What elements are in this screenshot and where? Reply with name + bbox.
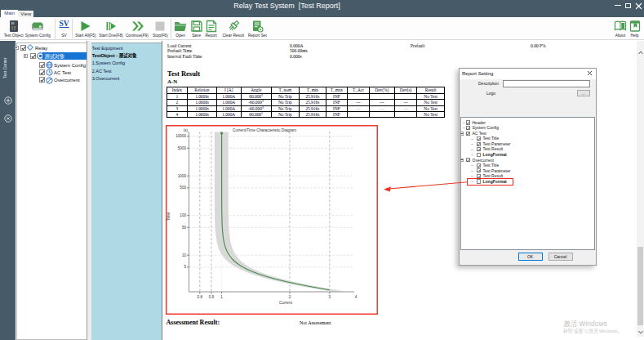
svg-text:5000: 5000 <box>178 146 187 150</box>
svg-text:10000: 10000 <box>175 134 186 138</box>
svg-text:2: 2 <box>289 295 291 299</box>
svg-text:0.9: 0.9 <box>209 295 215 299</box>
svg-text:Time: Time <box>167 212 171 221</box>
svg-text:(s): (s) <box>184 128 189 132</box>
svg-text:100: 100 <box>180 213 186 217</box>
svg-text:0.8: 0.8 <box>198 295 203 299</box>
svg-text:1: 1 <box>220 295 223 299</box>
svg-text:1000: 1000 <box>178 174 187 178</box>
svg-text:4: 4 <box>355 295 358 299</box>
svg-text:50: 50 <box>182 226 187 230</box>
svg-text:500: 500 <box>180 186 186 190</box>
svg-text:Current/Time Characteristic Di: Current/Time Characteristic Diagram <box>233 128 296 132</box>
svg-text:5: 5 <box>184 265 186 269</box>
svg-text:Current: Current <box>279 301 293 305</box>
svg-text:3: 3 <box>329 295 331 299</box>
svg-text:10: 10 <box>182 253 187 257</box>
